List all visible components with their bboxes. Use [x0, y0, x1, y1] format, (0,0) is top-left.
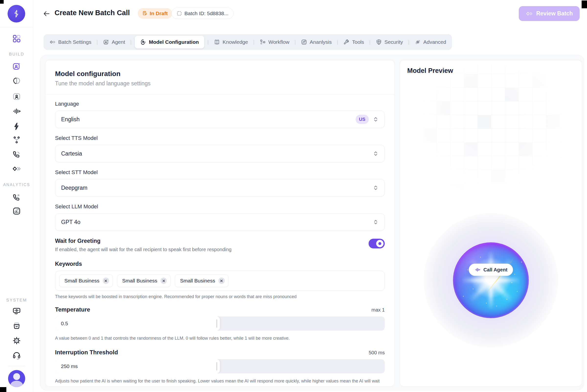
dashed-box-icon — [176, 11, 182, 16]
tab-separator: | — [369, 39, 370, 45]
analysis-chart-icon — [301, 39, 307, 45]
keyword-remove-button[interactable] — [103, 278, 109, 284]
branch-icon — [12, 135, 21, 144]
voice-wave-icon — [474, 266, 480, 273]
knowledge-book-icon — [214, 39, 220, 45]
tab-batch-settings[interactable]: Batch Settings — [48, 36, 93, 48]
screen-artifact — [0, 0, 4, 4]
user-avatar[interactable] — [8, 370, 25, 387]
sidebar-item-support[interactable] — [12, 350, 22, 360]
tab-label: Advanced — [423, 39, 446, 45]
toggle-knob — [376, 240, 384, 247]
sidebar-item-voices[interactable] — [12, 106, 22, 116]
tab-ananlysis[interactable]: Ananlysis — [299, 36, 334, 48]
sidebar-item-settings[interactable] — [12, 336, 22, 346]
batch-settings-icon — [50, 39, 56, 45]
sidebar-item-dashboard[interactable] — [12, 34, 22, 44]
sidebar-item-brain[interactable] — [12, 76, 22, 86]
sidebar-item-inbox[interactable] — [12, 321, 22, 330]
tab-label: Batch Settings — [58, 39, 91, 45]
sidebar-item-contacts[interactable] — [12, 92, 22, 102]
language-region-badge: US — [356, 115, 369, 124]
sidebar-item-call-history[interactable] — [12, 193, 22, 202]
keyword-chip[interactable]: Small Business — [59, 274, 113, 287]
keywords-label: Keywords — [55, 261, 385, 267]
dashboard-icon — [12, 34, 21, 43]
batch-id-chip[interactable]: Batch ID: 5d8838... — [172, 8, 234, 19]
interruption-threshold-slider[interactable]: 250 ms — [55, 359, 385, 374]
card-title: Model configuration — [55, 70, 385, 78]
tab-separator: | — [337, 39, 338, 45]
language-value: English — [61, 116, 356, 123]
screen-artifact — [582, 0, 587, 8]
chevron-up-down-icon — [373, 219, 378, 225]
sidebar-item-analytics-dashboard[interactable] — [12, 206, 22, 216]
screen-artifact — [0, 387, 6, 392]
tab-separator: | — [294, 39, 296, 45]
stt-select[interactable]: Deepgram — [55, 179, 385, 196]
wrench-icon — [343, 39, 350, 45]
tab-workflow[interactable]: Workflow — [258, 36, 291, 48]
avatar-body — [10, 381, 23, 387]
tab-advanced[interactable]: Advanced — [412, 36, 448, 48]
keyword-remove-button[interactable] — [160, 278, 167, 284]
sidebar-item-agents[interactable] — [12, 62, 22, 71]
draft-doc-icon — [142, 11, 148, 16]
sidebar-item-batch-calls[interactable] — [12, 164, 22, 174]
call-agent-button[interactable]: Call Agent — [468, 264, 513, 276]
sidebar-item-calls[interactable] — [12, 150, 22, 160]
tab-label: Agent — [112, 39, 125, 45]
temperature-slider-fill: 0.5 — [55, 316, 220, 330]
chevron-up-down-icon — [373, 151, 378, 156]
keyword-chip-label: Small Business — [122, 278, 158, 284]
sidebar-item-workflows[interactable] — [12, 135, 22, 145]
sidebar-item-actions[interactable] — [12, 122, 22, 131]
keyword-remove-button[interactable] — [218, 278, 225, 284]
content-area: Model configuration Tune the model and l… — [40, 55, 584, 390]
tts-select[interactable]: Cartesia — [55, 145, 385, 162]
review-batch-button[interactable]: Review Batch — [519, 6, 580, 21]
tab-separator: | — [253, 39, 254, 45]
interruption-threshold-slider-handle[interactable] — [216, 362, 217, 370]
phone-history-icon — [12, 193, 21, 202]
llm-value: GPT 4o — [61, 219, 373, 226]
interruption-threshold-slider-fill: 250 ms — [55, 359, 220, 374]
keyword-chip-label: Small Business — [180, 278, 215, 284]
logo-bolt-icon — [12, 9, 21, 18]
keyword-chip[interactable]: Small Business — [117, 274, 171, 287]
close-icon — [104, 279, 107, 282]
temperature-slider[interactable]: 0.5 — [55, 316, 385, 330]
tab-security[interactable]: Security — [374, 36, 405, 48]
keyword-chip[interactable]: Small Business — [175, 274, 228, 287]
contact-card-icon — [12, 92, 21, 101]
tab-tools[interactable]: Tools — [341, 36, 366, 48]
interruption-threshold-value: 250 ms — [61, 364, 78, 369]
status-badge: In Draft — [138, 8, 172, 19]
language-select[interactable]: English US — [55, 110, 385, 128]
tab-knowledge[interactable]: Knowledge — [212, 36, 250, 48]
sidebar-footer-divider — [8, 366, 25, 366]
chevron-up-down-icon — [373, 185, 378, 191]
batch-id-label: Batch ID: 5d8838... — [184, 10, 228, 16]
keywords-input[interactable]: Small Business Small Business Small Busi… — [55, 271, 385, 291]
temperature-label: Temperature — [55, 306, 90, 313]
app-logo[interactable] — [8, 5, 25, 22]
tab-model-configuration[interactable]: Model Configuration — [135, 36, 204, 48]
tab-label: Workflow — [268, 39, 289, 45]
advanced-gear-icon — [414, 39, 421, 45]
wait-for-greeting-toggle[interactable] — [368, 239, 385, 248]
wait-for-greeting-label: Wait for Greeting — [55, 238, 232, 244]
close-icon — [220, 279, 223, 282]
avatar-head — [13, 373, 20, 380]
chart-square-icon — [12, 206, 21, 216]
arrow-left-icon — [42, 10, 51, 18]
temperature-slider-handle[interactable] — [216, 319, 217, 328]
llm-select[interactable]: GPT 4o — [55, 213, 385, 231]
tab-separator: | — [408, 39, 410, 45]
sidebar-section-build: BUILD — [0, 52, 33, 57]
tab-agent[interactable]: Agent — [101, 36, 127, 48]
preview-grid-cells — [464, 74, 478, 88]
sidebar-item-billing[interactable] — [12, 306, 22, 316]
back-button[interactable] — [42, 9, 51, 18]
page-title: Create New Batch Call — [54, 9, 130, 17]
